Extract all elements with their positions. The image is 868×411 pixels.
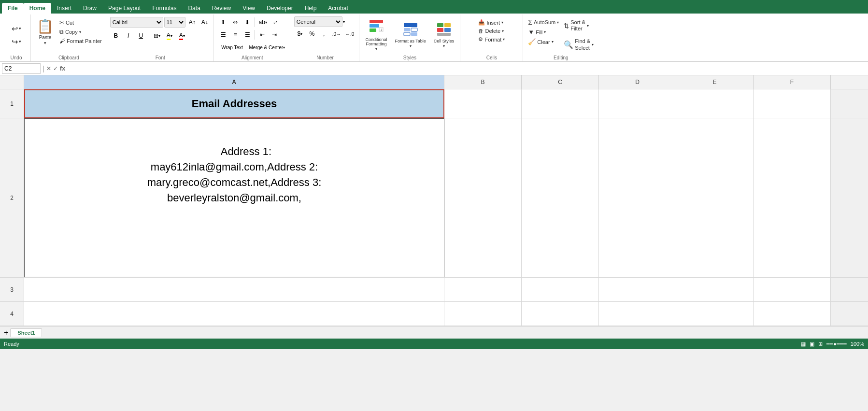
corner-cell[interactable] <box>0 75 24 89</box>
cell-e1[interactable] <box>676 89 754 118</box>
tab-help[interactable]: Help <box>299 3 323 14</box>
align-left-button[interactable]: ☰ <box>217 29 229 41</box>
conditional-formatting-button[interactable]: ↓ ConditionalFormatting ▾ <box>362 17 390 54</box>
font-name-select[interactable]: Calibri <box>110 17 163 28</box>
italic-button[interactable]: I <box>123 30 134 42</box>
format-cells-button[interactable]: ⚙ Format ▾ <box>476 35 507 43</box>
cell-styles-button[interactable]: Cell Styles ▾ <box>431 20 457 50</box>
cell-e4[interactable] <box>676 302 754 326</box>
text-direction-button[interactable]: ⇌ <box>270 16 281 28</box>
align-center-button[interactable]: ≡ <box>229 29 241 41</box>
font-size-select[interactable]: 11 <box>164 17 185 28</box>
cell-d4[interactable] <box>599 302 676 326</box>
sheet-tab-1[interactable]: Sheet1 <box>10 328 42 337</box>
undo-button[interactable]: ↩ ▾ <box>8 23 25 35</box>
increase-font-button[interactable]: A↑ <box>186 16 198 28</box>
col-header-d[interactable]: D <box>599 75 676 89</box>
tab-developer[interactable]: Developer <box>261 3 299 14</box>
cell-b4[interactable] <box>444 302 522 326</box>
delete-cells-button[interactable]: 🗑 Delete ▾ <box>476 27 507 35</box>
row-header-3[interactable]: 3 <box>0 278 24 301</box>
col-header-f[interactable]: F <box>754 75 831 89</box>
cell-f3[interactable] <box>754 278 831 301</box>
cell-a3[interactable] <box>24 278 444 301</box>
row-header-1[interactable]: 1 <box>0 89 24 118</box>
tab-file[interactable]: File <box>2 3 24 14</box>
percent-button[interactable]: % <box>306 28 318 40</box>
font-color-button[interactable]: A▾ <box>176 30 188 42</box>
tab-insert[interactable]: Insert <box>51 3 77 14</box>
cell-c3[interactable] <box>522 278 599 301</box>
view-normal-icon[interactable]: ▦ <box>801 341 806 347</box>
col-header-e[interactable]: E <box>676 75 754 89</box>
tab-home[interactable]: Home <box>24 3 51 14</box>
align-top-button[interactable]: ⬆ <box>217 16 229 28</box>
add-sheet-button[interactable]: + <box>2 328 10 337</box>
cell-f4[interactable] <box>754 302 831 326</box>
find-select-button[interactable]: 🔍 Find &Select ▾ <box>562 37 596 52</box>
indent-dec-button[interactable]: ⇤ <box>256 29 268 41</box>
insert-cells-button[interactable]: 📥 Insert ▾ <box>476 18 507 27</box>
clear-button[interactable]: 🧹 Clear ▾ <box>526 37 561 46</box>
view-pagebreak-icon[interactable]: ⊞ <box>818 341 823 347</box>
number-format-select[interactable]: General <box>294 16 342 27</box>
tab-data[interactable]: Data <box>182 3 206 14</box>
col-header-c[interactable]: C <box>522 75 599 89</box>
indent-inc-button[interactable]: ⇥ <box>269 29 280 41</box>
cell-d3[interactable] <box>599 278 676 301</box>
underline-button[interactable]: U <box>135 30 147 42</box>
cell-e2[interactable] <box>676 118 754 277</box>
cut-button[interactable]: ✂ Cut <box>57 18 104 27</box>
sort-filter-button[interactable]: ⇅ Sort &Filter ▾ <box>562 18 596 33</box>
cell-a2[interactable]: Address 1: may612inla@gmail.com,Address … <box>24 118 444 277</box>
copy-button[interactable]: ⧉ Copy ▾ <box>57 28 104 36</box>
dec-inc-button[interactable]: .0→ <box>330 28 343 40</box>
decrease-font-button[interactable]: A↓ <box>199 16 211 28</box>
cell-a4[interactable] <box>24 302 444 326</box>
currency-button[interactable]: $▾ <box>294 28 306 40</box>
comma-button[interactable]: , <box>318 28 330 40</box>
tab-draw[interactable]: Draw <box>77 3 102 14</box>
align-bottom-button[interactable]: ⬇ <box>242 16 253 28</box>
orientation-button[interactable]: ab▾ <box>256 16 269 28</box>
cell-f2[interactable] <box>754 118 831 277</box>
cell-c2[interactable] <box>522 118 599 277</box>
cell-b2[interactable] <box>444 118 522 277</box>
format-as-table-button[interactable]: Format as Table ▾ <box>392 20 428 50</box>
bold-button[interactable]: B <box>110 30 122 42</box>
fill-button[interactable]: ▼ Fill ▾ <box>526 28 561 37</box>
cancel-formula-icon[interactable]: ✕ <box>46 65 51 72</box>
align-middle-button[interactable]: ⇔ <box>229 16 241 28</box>
cell-a1[interactable]: Email Addresses <box>24 89 444 118</box>
tab-page-layout[interactable]: Page Layout <box>102 3 146 14</box>
formula-input[interactable] <box>67 63 866 74</box>
tab-acrobat[interactable]: Acrobat <box>322 3 354 14</box>
insert-function-icon[interactable]: fx <box>60 65 66 72</box>
col-header-a[interactable]: A <box>24 75 444 89</box>
merge-center-button[interactable]: Merge & Center ▾ <box>247 42 287 53</box>
format-painter-button[interactable]: 🖌 Format Painter <box>57 37 104 45</box>
tab-view[interactable]: View <box>237 3 261 14</box>
col-header-b[interactable]: B <box>444 75 522 89</box>
cell-b1[interactable] <box>444 89 522 118</box>
confirm-formula-icon[interactable]: ✓ <box>53 65 58 72</box>
row-header-2[interactable]: 2 <box>0 118 24 277</box>
cell-c1[interactable] <box>522 89 599 118</box>
cell-e3[interactable] <box>676 278 754 301</box>
border-button[interactable]: ⊞▾ <box>151 30 163 42</box>
tab-formulas[interactable]: Formulas <box>146 3 182 14</box>
cell-d1[interactable] <box>599 89 676 118</box>
name-box[interactable] <box>2 63 41 74</box>
cell-f1[interactable] <box>754 89 831 118</box>
redo-button[interactable]: ↪ ▾ <box>8 36 25 48</box>
zoom-slider[interactable]: ━━●━━━ <box>826 341 847 347</box>
paste-button[interactable]: 📋 Paste ▾ <box>34 16 57 47</box>
align-right-button[interactable]: ☰ <box>242 29 253 41</box>
row-header-4[interactable]: 4 <box>0 302 24 326</box>
dec-dec-button[interactable]: ←.0 <box>343 28 356 40</box>
cell-c4[interactable] <box>522 302 599 326</box>
fill-color-button[interactable]: A▾ <box>164 30 175 42</box>
cell-b3[interactable] <box>444 278 522 301</box>
cell-d2[interactable] <box>599 118 676 277</box>
view-layout-icon[interactable]: ▣ <box>810 341 814 347</box>
